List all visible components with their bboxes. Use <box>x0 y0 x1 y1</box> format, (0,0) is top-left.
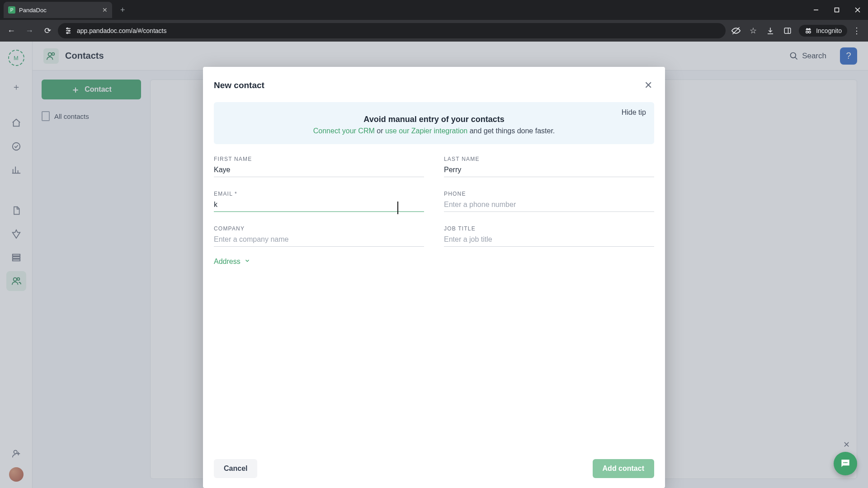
reload-button[interactable]: ⟳ <box>40 23 55 38</box>
maximize-button[interactable] <box>826 0 847 20</box>
window-controls <box>806 0 868 20</box>
browser-menu-icon[interactable]: ⋮ <box>849 23 864 38</box>
address-toggle[interactable]: Address <box>214 258 654 266</box>
svg-point-27 <box>845 462 846 464</box>
back-button[interactable]: ← <box>4 23 19 38</box>
first-name-input[interactable] <box>214 162 424 177</box>
site-settings-icon[interactable] <box>64 27 72 35</box>
svg-point-7 <box>67 28 68 29</box>
job-title-label: JOB TITLE <box>444 225 654 232</box>
zapier-link[interactable]: use our Zapier integration <box>385 127 467 135</box>
svg-point-26 <box>843 462 844 464</box>
cancel-button[interactable]: Cancel <box>214 459 257 478</box>
new-contact-modal: New contact ✕ Hide tip Avoid manual entr… <box>203 67 665 488</box>
svg-point-13 <box>806 31 808 33</box>
browser-toolbar: ← → ⟳ app.pandadoc.com/a/#/contacts ☆ In… <box>0 20 868 42</box>
email-label: EMAIL * <box>214 191 424 197</box>
first-name-label: FIRST NAME <box>214 156 424 162</box>
svg-rect-11 <box>784 28 791 33</box>
incognito-badge[interactable]: Incognito <box>799 25 847 37</box>
tab-title: PandaDoc <box>19 7 99 14</box>
last-name-input[interactable] <box>444 162 654 177</box>
forward-button[interactable]: → <box>22 23 37 38</box>
close-tab-icon[interactable]: ✕ <box>102 6 108 14</box>
browser-tab-strip: P PandaDoc ✕ + <box>0 0 868 20</box>
url-text: app.pandadoc.com/a/#/contacts <box>77 27 166 34</box>
svg-rect-1 <box>835 8 839 12</box>
svg-point-14 <box>809 31 811 33</box>
sidepanel-icon[interactable] <box>780 23 795 38</box>
modal-title: New contact <box>214 80 264 90</box>
incognito-label: Incognito <box>816 27 842 34</box>
favicon-icon: P <box>8 6 15 14</box>
connect-crm-link[interactable]: Connect your CRM <box>313 127 375 135</box>
address-label: Address <box>214 258 241 266</box>
hide-tip-button[interactable]: Hide tip <box>622 108 646 117</box>
eye-off-icon[interactable] <box>728 23 744 38</box>
phone-label: PHONE <box>444 191 654 197</box>
phone-input[interactable] <box>444 197 654 212</box>
chat-fab[interactable] <box>834 452 857 475</box>
minimize-button[interactable] <box>806 0 826 20</box>
tip-banner: Hide tip Avoid manual entry of your cont… <box>214 102 654 144</box>
svg-point-9 <box>67 33 68 34</box>
tip-title: Avoid manual entry of your contacts <box>224 115 644 124</box>
new-tab-button[interactable]: + <box>117 4 129 17</box>
company-input[interactable] <box>214 232 424 247</box>
last-name-label: LAST NAME <box>444 156 654 162</box>
chat-icon <box>840 458 851 469</box>
chevron-down-icon <box>244 258 250 266</box>
bookmark-star-icon[interactable]: ☆ <box>745 23 761 38</box>
browser-tab[interactable]: P PandaDoc ✕ <box>4 2 112 18</box>
text-cursor-icon <box>397 202 398 214</box>
company-label: COMPANY <box>214 225 424 232</box>
address-bar[interactable]: app.pandadoc.com/a/#/contacts <box>58 23 726 38</box>
svg-point-8 <box>69 30 70 32</box>
svg-point-28 <box>846 462 848 464</box>
add-contact-button[interactable]: Add contact <box>593 459 654 478</box>
modal-scrim: New contact ✕ Hide tip Avoid manual entr… <box>0 42 868 488</box>
email-input[interactable] <box>214 197 424 212</box>
job-title-input[interactable] <box>444 232 654 247</box>
tip-subtitle: Connect your CRM or use our Zapier integ… <box>224 127 644 135</box>
close-modal-button[interactable]: ✕ <box>642 78 654 93</box>
downloads-icon[interactable] <box>763 23 778 38</box>
chat-close-button[interactable]: ✕ <box>841 439 852 450</box>
incognito-icon <box>804 27 812 35</box>
close-window-button[interactable] <box>847 0 868 20</box>
